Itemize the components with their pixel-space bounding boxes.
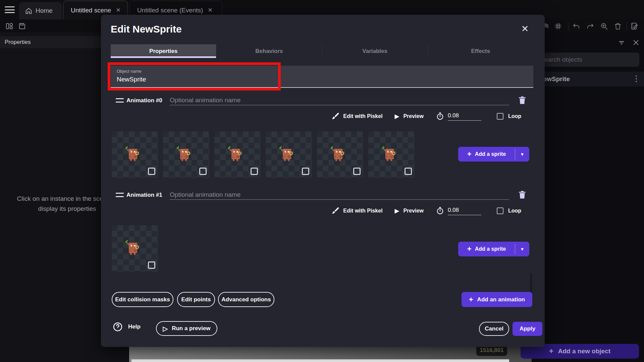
object-list-item-newsprite[interactable]: NewSprite xyxy=(532,72,644,86)
drag-handle-icon[interactable] xyxy=(116,193,124,197)
frame-checkbox[interactable] xyxy=(148,168,155,175)
loop-label: Loop xyxy=(508,208,521,214)
add-animation-button[interactable]: + Add an animation xyxy=(462,292,532,307)
frame-checkbox[interactable] xyxy=(353,168,361,175)
edit-sprite-dialog: Edit NewSprite ✕ Properties Behaviors Va… xyxy=(101,15,545,347)
play-icon: ▶ xyxy=(395,113,399,120)
zoom-in-icon[interactable] xyxy=(600,22,608,30)
loop-label: Loop xyxy=(508,113,521,119)
toolbar-separator xyxy=(568,22,569,31)
search-objects-input[interactable] xyxy=(535,53,639,67)
apply-button[interactable]: Apply xyxy=(513,322,542,336)
animation-name-input[interactable] xyxy=(170,95,509,105)
pig-sprite-image xyxy=(379,143,400,164)
preview-button[interactable]: Preview xyxy=(403,113,423,119)
toolbar-separator xyxy=(627,22,627,31)
sprite-frame-tile[interactable] xyxy=(163,131,209,178)
help-button[interactable]: Help xyxy=(113,322,141,332)
frame-checkbox[interactable] xyxy=(199,168,207,175)
pig-sprite-image xyxy=(174,143,195,164)
plus-icon: + xyxy=(467,245,472,253)
main-menu-icon[interactable] xyxy=(5,6,15,13)
sprite-frame-tile[interactable] xyxy=(112,131,158,178)
edit-collision-masks-button[interactable]: Edit collision masks xyxy=(112,292,173,307)
tab-scene-label: Untitled scene xyxy=(71,7,111,14)
dialog-title: Edit NewSprite xyxy=(111,23,182,35)
time-between-frames-input[interactable] xyxy=(448,112,481,121)
dialog-footer: Help ▷ Run a preview Cancel Apply xyxy=(111,321,533,337)
add-sprite-button[interactable]: + Add a sprite ▼ xyxy=(458,242,529,256)
tab-properties[interactable]: Properties xyxy=(111,44,216,58)
gdevelop-app: Home Untitled scene ✕ Untitled scene (Ev… xyxy=(0,0,644,362)
plus-icon: + xyxy=(549,348,553,355)
close-tab-icon[interactable]: ✕ xyxy=(116,7,120,13)
sprite-frame-tile[interactable] xyxy=(368,131,415,178)
sprite-frame-tile[interactable] xyxy=(317,131,363,178)
object-name-input[interactable] xyxy=(117,76,318,83)
object-name-field[interactable]: Object name xyxy=(111,66,533,88)
save-icon[interactable] xyxy=(18,22,26,30)
stopwatch-icon xyxy=(436,112,444,121)
play-outline-icon: ▷ xyxy=(163,325,168,333)
stopwatch-icon xyxy=(436,206,444,215)
help-icon xyxy=(113,322,123,332)
loop-checkbox[interactable] xyxy=(497,113,503,120)
delete-animation-icon[interactable] xyxy=(517,95,527,106)
animation-0-controls: Edit with Piskel ▶ Preview Loop xyxy=(219,111,521,122)
redo-icon[interactable] xyxy=(586,22,594,30)
close-panel-icon[interactable] xyxy=(632,39,640,46)
cancel-button[interactable]: Cancel xyxy=(479,322,509,336)
grid-icon[interactable] xyxy=(554,22,562,30)
object-item-menu-icon[interactable] xyxy=(633,74,640,84)
animation-1-header: Animation #1 xyxy=(111,190,533,200)
frame-checkbox[interactable] xyxy=(405,168,412,175)
animation-0-frames xyxy=(112,131,415,178)
sprite-frame-tile[interactable] xyxy=(112,225,158,272)
edit-points-button[interactable]: Edit points xyxy=(177,292,215,307)
trash-icon[interactable] xyxy=(614,22,622,30)
drag-handle-icon[interactable] xyxy=(116,98,124,103)
pig-sprite-image xyxy=(328,143,348,164)
delete-animation-icon[interactable] xyxy=(517,189,527,200)
chevron-down-icon[interactable]: ▼ xyxy=(515,242,529,256)
tab-effects[interactable]: Effects xyxy=(428,44,533,58)
loop-checkbox[interactable] xyxy=(497,207,503,214)
panels-layout-icon[interactable] xyxy=(5,22,13,30)
chevron-down-icon[interactable]: ▼ xyxy=(515,147,529,162)
animation-name-input[interactable] xyxy=(170,190,509,200)
plus-icon: + xyxy=(469,296,473,303)
advanced-options-button[interactable]: Advanced options xyxy=(218,292,274,307)
tab-variables[interactable]: Variables xyxy=(322,44,428,58)
plus-icon: + xyxy=(467,150,472,158)
undo-icon[interactable] xyxy=(572,22,580,30)
preview-button[interactable]: Preview xyxy=(403,208,423,214)
edit-with-piskel-button[interactable]: Edit with Piskel xyxy=(343,208,382,214)
pig-sprite-image xyxy=(276,143,297,164)
edit-properties-panel-icon[interactable] xyxy=(630,22,638,30)
sprite-frame-tile[interactable] xyxy=(214,131,261,178)
close-tab-icon[interactable]: ✕ xyxy=(208,7,212,13)
frame-checkbox[interactable] xyxy=(148,261,155,269)
animation-label: Animation #1 xyxy=(126,192,162,198)
sprite-frame-tile[interactable] xyxy=(266,131,312,178)
animation-1-frames xyxy=(112,225,158,272)
run-preview-button[interactable]: ▷ Run a preview xyxy=(156,321,217,336)
filter-icon[interactable] xyxy=(618,40,625,46)
play-icon: ▶ xyxy=(395,207,399,215)
tab-events-label: Untitled scene (Events) xyxy=(137,7,203,14)
object-name-label: Object name xyxy=(117,69,142,74)
frame-checkbox[interactable] xyxy=(251,168,258,175)
tab-home[interactable]: Home xyxy=(19,2,62,19)
dialog-close-icon[interactable]: ✕ xyxy=(519,23,531,35)
frame-checkbox[interactable] xyxy=(302,168,309,175)
tab-behaviors[interactable]: Behaviors xyxy=(216,44,322,58)
canvas-horizontal-scrollbar[interactable] xyxy=(131,359,509,362)
add-sprite-button[interactable]: + Add a sprite ▼ xyxy=(458,147,529,162)
time-between-frames-input[interactable] xyxy=(448,207,481,215)
edit-with-piskel-button[interactable]: Edit with Piskel xyxy=(343,113,382,119)
animation-0-header: Animation #0 xyxy=(111,95,533,106)
brush-icon xyxy=(331,206,340,215)
animation-1-controls: Edit with Piskel ▶ Preview Loop xyxy=(219,205,521,217)
pig-sprite-image xyxy=(122,237,143,258)
pig-sprite-image xyxy=(122,143,143,164)
